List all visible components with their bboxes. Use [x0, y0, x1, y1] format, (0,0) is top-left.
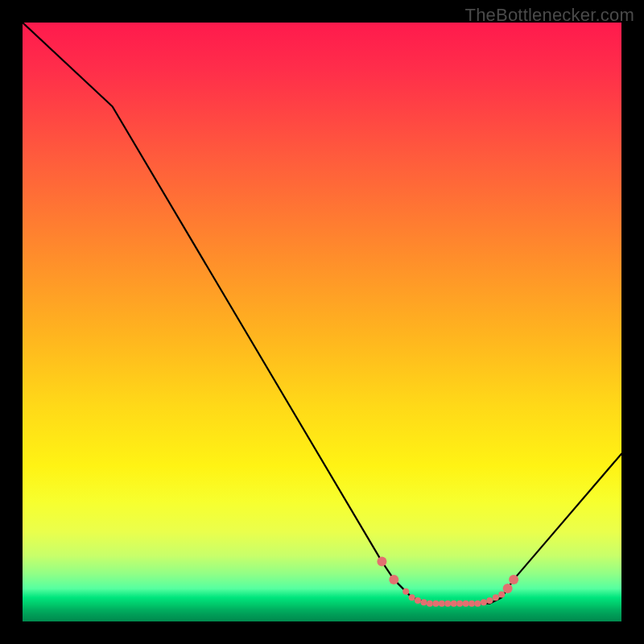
highlight-dot	[451, 601, 457, 607]
highlight-dot	[493, 594, 499, 601]
highlight-dot	[432, 601, 439, 607]
chart-area	[23, 23, 621, 621]
highlight-dot	[456, 601, 463, 607]
highlight-dot	[415, 597, 421, 604]
highlight-dot	[409, 594, 415, 601]
watermark-text: TheBottlenecker.com	[465, 5, 634, 26]
highlight-dot	[463, 601, 469, 607]
highlight-dot	[377, 557, 386, 567]
bottleneck-curve	[23, 23, 621, 604]
highlight-dot	[486, 597, 493, 604]
highlight-dot	[444, 601, 451, 607]
highlight-dot	[503, 584, 513, 593]
highlight-dot	[469, 601, 475, 607]
highlight-dot	[427, 601, 433, 607]
highlight-dots-group	[377, 557, 518, 607]
chart-svg	[23, 23, 621, 621]
highlight-dot	[509, 575, 518, 584]
highlight-dot	[439, 601, 445, 607]
highlight-dot	[498, 592, 505, 598]
highlight-dot	[402, 588, 409, 595]
highlight-dot	[421, 599, 427, 605]
highlight-dot	[389, 575, 398, 584]
highlight-dot	[474, 601, 481, 607]
highlight-dot	[481, 599, 487, 605]
